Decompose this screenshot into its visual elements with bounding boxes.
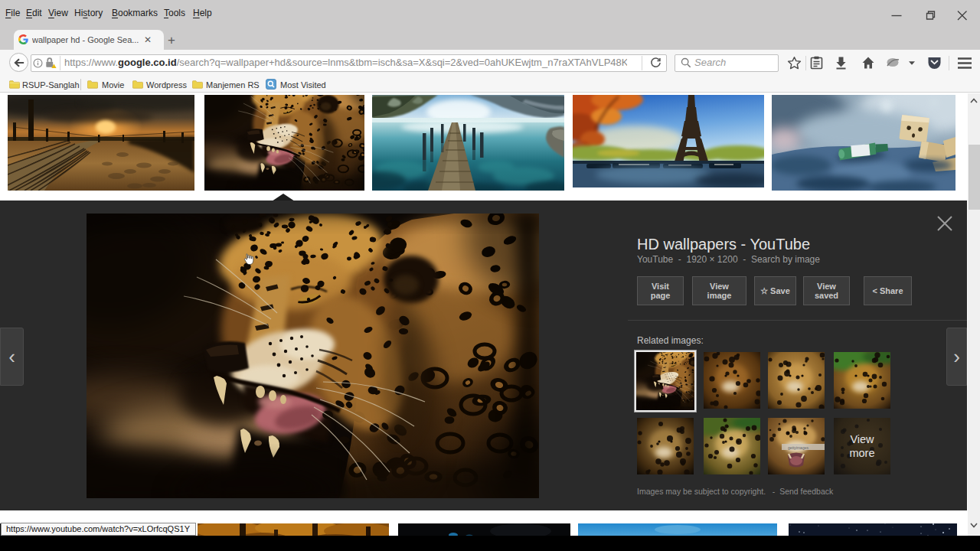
svg-text:gettyimages: gettyimages [788, 445, 808, 450]
svg-text:View: View [850, 433, 874, 445]
svg-text:more: more [849, 447, 874, 459]
